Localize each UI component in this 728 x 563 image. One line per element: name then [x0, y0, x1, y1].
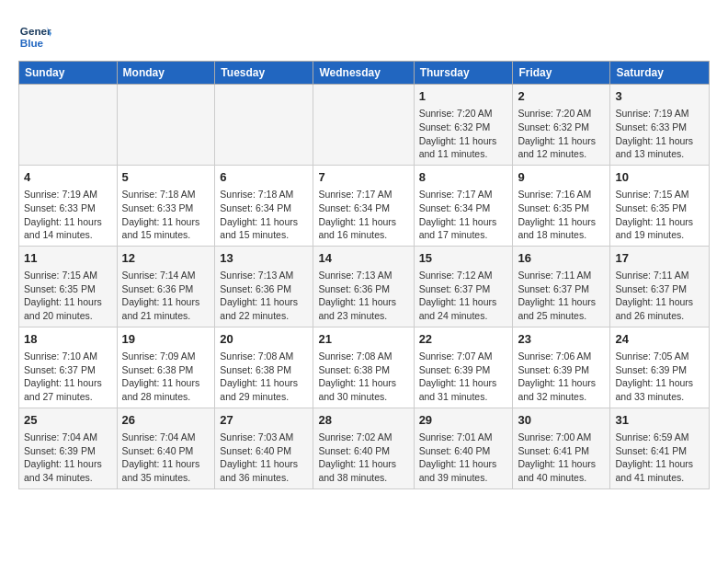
logo-icon: General Blue [18, 18, 51, 52]
day-info: Sunrise: 7:17 AM Sunset: 6:34 PM Dayligh… [318, 188, 408, 242]
calendar-cell: 24Sunrise: 7:05 AM Sunset: 6:39 PM Dayli… [610, 327, 710, 408]
day-number: 6 [220, 169, 308, 186]
day-info: Sunrise: 7:05 AM Sunset: 6:39 PM Dayligh… [615, 350, 704, 404]
calendar-cell: 1Sunrise: 7:20 AM Sunset: 6:32 PM Daylig… [414, 85, 513, 166]
calendar-week-1: 1Sunrise: 7:20 AM Sunset: 6:32 PM Daylig… [19, 85, 710, 166]
day-number: 9 [518, 169, 605, 186]
day-number: 13 [220, 250, 308, 267]
day-number: 15 [419, 250, 508, 267]
day-info: Sunrise: 7:02 AM Sunset: 6:40 PM Dayligh… [318, 431, 408, 485]
day-info: Sunrise: 7:06 AM Sunset: 6:39 PM Dayligh… [518, 350, 605, 404]
calendar-cell: 17Sunrise: 7:11 AM Sunset: 6:37 PM Dayli… [610, 246, 710, 327]
calendar-cell: 2Sunrise: 7:20 AM Sunset: 6:32 PM Daylig… [513, 85, 610, 166]
day-info: Sunrise: 7:20 AM Sunset: 6:32 PM Dayligh… [419, 107, 508, 161]
day-info: Sunrise: 7:10 AM Sunset: 6:37 PM Dayligh… [24, 350, 112, 404]
calendar-cell [313, 85, 414, 166]
calendar-cell: 9Sunrise: 7:16 AM Sunset: 6:35 PM Daylig… [513, 165, 610, 246]
day-header-friday: Friday [513, 62, 610, 85]
day-info: Sunrise: 7:13 AM Sunset: 6:36 PM Dayligh… [318, 269, 408, 323]
calendar-week-3: 11Sunrise: 7:15 AM Sunset: 6:35 PM Dayli… [19, 246, 710, 327]
day-number: 28 [318, 412, 408, 429]
calendar-cell: 18Sunrise: 7:10 AM Sunset: 6:37 PM Dayli… [19, 327, 118, 408]
day-number: 16 [518, 250, 605, 267]
day-info: Sunrise: 7:13 AM Sunset: 6:36 PM Dayligh… [220, 269, 308, 323]
calendar-week-4: 18Sunrise: 7:10 AM Sunset: 6:37 PM Dayli… [19, 327, 710, 408]
calendar-week-2: 4Sunrise: 7:19 AM Sunset: 6:33 PM Daylig… [19, 165, 710, 246]
day-header-monday: Monday [117, 62, 215, 85]
day-info: Sunrise: 7:20 AM Sunset: 6:32 PM Dayligh… [518, 107, 605, 161]
calendar-cell: 14Sunrise: 7:13 AM Sunset: 6:36 PM Dayli… [313, 246, 414, 327]
day-info: Sunrise: 7:14 AM Sunset: 6:36 PM Dayligh… [122, 269, 210, 323]
day-info: Sunrise: 7:19 AM Sunset: 6:33 PM Dayligh… [24, 188, 112, 242]
calendar-cell: 13Sunrise: 7:13 AM Sunset: 6:36 PM Dayli… [215, 246, 313, 327]
day-number: 7 [318, 169, 408, 186]
calendar-cell: 21Sunrise: 7:08 AM Sunset: 6:38 PM Dayli… [313, 327, 414, 408]
day-number: 25 [24, 412, 112, 429]
page-header: General Blue [18, 18, 710, 52]
calendar-cell: 6Sunrise: 7:18 AM Sunset: 6:34 PM Daylig… [215, 165, 313, 246]
calendar-table: SundayMondayTuesdayWednesdayThursdayFrid… [18, 61, 710, 489]
calendar-week-5: 25Sunrise: 7:04 AM Sunset: 6:39 PM Dayli… [19, 408, 710, 488]
calendar-cell: 12Sunrise: 7:14 AM Sunset: 6:36 PM Dayli… [117, 246, 215, 327]
day-info: Sunrise: 6:59 AM Sunset: 6:41 PM Dayligh… [615, 431, 704, 485]
day-number: 1 [419, 88, 508, 105]
logo: General Blue [18, 18, 57, 52]
day-number: 20 [220, 331, 308, 348]
day-number: 3 [615, 88, 704, 105]
day-number: 11 [24, 250, 112, 267]
calendar-cell: 27Sunrise: 7:03 AM Sunset: 6:40 PM Dayli… [215, 408, 313, 488]
day-header-saturday: Saturday [610, 62, 710, 85]
day-number: 27 [220, 412, 308, 429]
day-info: Sunrise: 7:15 AM Sunset: 6:35 PM Dayligh… [24, 269, 112, 323]
calendar-cell [117, 85, 215, 166]
calendar-cell: 11Sunrise: 7:15 AM Sunset: 6:35 PM Dayli… [19, 246, 118, 327]
day-number: 21 [318, 331, 408, 348]
day-info: Sunrise: 7:07 AM Sunset: 6:39 PM Dayligh… [419, 350, 508, 404]
calendar-cell: 26Sunrise: 7:04 AM Sunset: 6:40 PM Dayli… [117, 408, 215, 488]
day-info: Sunrise: 7:03 AM Sunset: 6:40 PM Dayligh… [220, 431, 308, 485]
day-number: 8 [419, 169, 508, 186]
day-number: 4 [24, 169, 112, 186]
day-number: 23 [518, 331, 605, 348]
day-number: 14 [318, 250, 408, 267]
day-info: Sunrise: 7:01 AM Sunset: 6:40 PM Dayligh… [419, 431, 508, 485]
day-number: 19 [122, 331, 210, 348]
calendar-cell: 30Sunrise: 7:00 AM Sunset: 6:41 PM Dayli… [513, 408, 610, 488]
day-header-tuesday: Tuesday [215, 62, 313, 85]
calendar-body: 1Sunrise: 7:20 AM Sunset: 6:32 PM Daylig… [19, 85, 710, 489]
day-number: 29 [419, 412, 508, 429]
day-info: Sunrise: 7:08 AM Sunset: 6:38 PM Dayligh… [220, 350, 308, 404]
day-number: 2 [518, 88, 605, 105]
day-number: 24 [615, 331, 704, 348]
day-number: 30 [518, 412, 605, 429]
day-info: Sunrise: 7:00 AM Sunset: 6:41 PM Dayligh… [518, 431, 605, 485]
day-number: 22 [419, 331, 508, 348]
day-info: Sunrise: 7:17 AM Sunset: 6:34 PM Dayligh… [419, 188, 508, 242]
day-number: 18 [24, 331, 112, 348]
calendar-cell: 19Sunrise: 7:09 AM Sunset: 6:38 PM Dayli… [117, 327, 215, 408]
day-info: Sunrise: 7:15 AM Sunset: 6:35 PM Dayligh… [615, 188, 704, 242]
day-number: 10 [615, 169, 704, 186]
calendar-cell: 29Sunrise: 7:01 AM Sunset: 6:40 PM Dayli… [414, 408, 513, 488]
calendar-cell: 16Sunrise: 7:11 AM Sunset: 6:37 PM Dayli… [513, 246, 610, 327]
calendar-cell: 7Sunrise: 7:17 AM Sunset: 6:34 PM Daylig… [313, 165, 414, 246]
day-number: 12 [122, 250, 210, 267]
day-number: 17 [615, 250, 704, 267]
calendar-header-row: SundayMondayTuesdayWednesdayThursdayFrid… [19, 62, 710, 85]
day-number: 26 [122, 412, 210, 429]
calendar-cell [215, 85, 313, 166]
calendar-cell: 8Sunrise: 7:17 AM Sunset: 6:34 PM Daylig… [414, 165, 513, 246]
day-header-sunday: Sunday [19, 62, 118, 85]
calendar-cell: 31Sunrise: 6:59 AM Sunset: 6:41 PM Dayli… [610, 408, 710, 488]
calendar-cell: 5Sunrise: 7:18 AM Sunset: 6:33 PM Daylig… [117, 165, 215, 246]
day-info: Sunrise: 7:18 AM Sunset: 6:33 PM Dayligh… [122, 188, 210, 242]
day-info: Sunrise: 7:19 AM Sunset: 6:33 PM Dayligh… [615, 107, 704, 161]
calendar-cell: 4Sunrise: 7:19 AM Sunset: 6:33 PM Daylig… [19, 165, 118, 246]
calendar-cell: 28Sunrise: 7:02 AM Sunset: 6:40 PM Dayli… [313, 408, 414, 488]
day-info: Sunrise: 7:16 AM Sunset: 6:35 PM Dayligh… [518, 188, 605, 242]
day-number: 31 [615, 412, 704, 429]
calendar-cell: 22Sunrise: 7:07 AM Sunset: 6:39 PM Dayli… [414, 327, 513, 408]
day-info: Sunrise: 7:12 AM Sunset: 6:37 PM Dayligh… [419, 269, 508, 323]
svg-text:Blue: Blue [20, 37, 44, 49]
calendar-cell: 3Sunrise: 7:19 AM Sunset: 6:33 PM Daylig… [610, 85, 710, 166]
